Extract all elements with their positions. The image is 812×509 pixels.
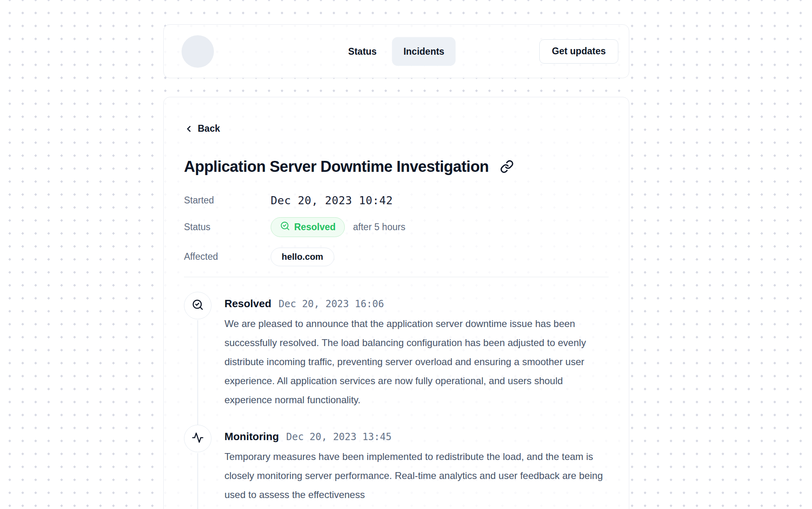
incident-meta: Started Dec 20, 2023 10:42 Status Resolv… bbox=[184, 194, 609, 266]
update-header: Resolved Dec 20, 2023 16:06 bbox=[224, 292, 609, 310]
timeline-icon-column bbox=[184, 425, 212, 504]
meta-label-started: Started bbox=[184, 195, 271, 206]
update-timestamp: Dec 20, 2023 16:06 bbox=[279, 298, 384, 310]
update-header: Monitoring Dec 20, 2023 13:45 bbox=[224, 425, 609, 443]
status-duration: after 5 hours bbox=[353, 222, 405, 233]
incident-card: Back Application Server Downtime Investi… bbox=[163, 97, 629, 509]
timeline-marker-monitoring bbox=[184, 425, 212, 452]
tab-status[interactable]: Status bbox=[337, 37, 388, 66]
divider bbox=[184, 277, 609, 277]
back-label: Back bbox=[198, 123, 220, 134]
timeline-item-monitoring: Monitoring Dec 20, 2023 13:45 Temporary … bbox=[184, 425, 609, 504]
meta-row-affected: Affected hello.com bbox=[184, 248, 609, 266]
search-check-icon bbox=[192, 299, 204, 312]
meta-label-status: Status bbox=[184, 222, 271, 233]
tab-incidents[interactable]: Incidents bbox=[392, 37, 456, 66]
update-status: Resolved bbox=[224, 297, 271, 310]
update-timestamp: Dec 20, 2023 13:45 bbox=[286, 431, 391, 443]
update-body: We are pleased to announce that the appl… bbox=[224, 314, 609, 409]
incident-timeline: Resolved Dec 20, 2023 16:06 We are pleas… bbox=[184, 292, 609, 504]
update-body: Temporary measures have been implemented… bbox=[224, 447, 609, 504]
get-updates-button[interactable]: Get updates bbox=[539, 39, 618, 64]
timeline-marker-resolved bbox=[184, 292, 212, 319]
update-status: Monitoring bbox=[224, 430, 279, 443]
back-link[interactable]: Back bbox=[184, 123, 220, 134]
logo-avatar[interactable] bbox=[182, 35, 214, 68]
top-nav-card: Status Incidents Get updates bbox=[163, 24, 629, 78]
timeline-icon-column bbox=[184, 292, 212, 409]
update-content: Resolved Dec 20, 2023 16:06 We are pleas… bbox=[224, 292, 609, 409]
nav-tabs: Status Incidents bbox=[337, 37, 455, 66]
timeline-connector bbox=[197, 320, 198, 425]
status-badge: Resolved bbox=[271, 217, 345, 237]
incident-title: Application Server Downtime Investigatio… bbox=[184, 158, 489, 175]
activity-icon bbox=[192, 432, 204, 445]
search-check-icon bbox=[280, 221, 290, 233]
meta-row-status: Status Resolved after 5 hours bbox=[184, 217, 609, 237]
meta-label-affected: Affected bbox=[184, 251, 271, 262]
chevron-left-icon bbox=[184, 124, 194, 134]
title-row: Application Server Downtime Investigatio… bbox=[184, 158, 609, 175]
started-value: Dec 20, 2023 10:42 bbox=[271, 194, 393, 207]
timeline-item-resolved: Resolved Dec 20, 2023 16:06 We are pleas… bbox=[184, 292, 609, 409]
status-badge-label: Resolved bbox=[294, 222, 335, 233]
permalink-link-icon[interactable] bbox=[500, 160, 514, 173]
timeline-connector bbox=[197, 453, 198, 509]
meta-row-started: Started Dec 20, 2023 10:42 bbox=[184, 194, 609, 207]
affected-component-badge[interactable]: hello.com bbox=[271, 248, 334, 266]
update-content: Monitoring Dec 20, 2023 13:45 Temporary … bbox=[224, 425, 609, 504]
